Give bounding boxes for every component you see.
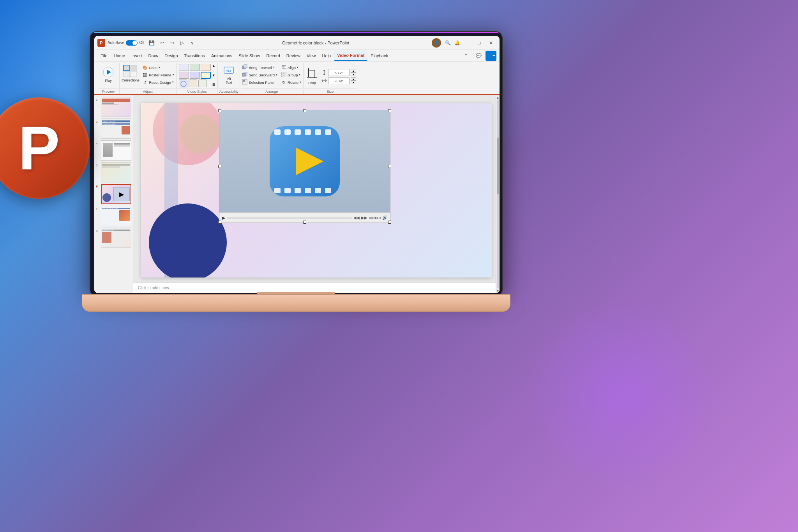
slide-thumb-7[interactable]: INNOVATION DELIVERY: [101, 206, 131, 226]
close-button[interactable]: ✕: [486, 38, 496, 48]
preview-group-label: Preview: [98, 88, 118, 94]
corrections-button[interactable]: Corrections: [120, 63, 141, 83]
vs-more-icon[interactable]: ☰: [212, 83, 215, 87]
crop-button[interactable]: Crop: [304, 66, 320, 86]
align-button[interactable]: Align ▾: [280, 64, 302, 71]
arrange-col: Bring Forward ▾: [241, 63, 279, 86]
scroll-thumb[interactable]: [497, 138, 499, 194]
width-decrement[interactable]: ▼: [351, 81, 356, 84]
slide-thumb-6[interactable]: ▶: [101, 184, 131, 204]
present-icon[interactable]: ▷: [178, 39, 187, 47]
slide-thumb-4[interactable]: [101, 140, 131, 161]
autosave-toggle[interactable]: [126, 40, 138, 46]
bell-icon[interactable]: 🔔: [453, 39, 461, 47]
vs-swatch-5[interactable]: [190, 72, 200, 79]
notes-bar[interactable]: Click to add notes: [133, 282, 500, 293]
slide-item-3[interactable]: 3 THE FUTURE OF COMMUNICATION: [96, 118, 131, 139]
vc-play-button[interactable]: ▶: [222, 215, 225, 221]
vertical-scrollbar[interactable]: ▲ ▼: [496, 95, 500, 293]
slide-item-7[interactable]: 7 INNOVATION DELIVERY: [96, 206, 131, 226]
menu-transitions[interactable]: Transitions: [181, 51, 208, 61]
height-input[interactable]: [328, 69, 350, 76]
vs-down-icon[interactable]: ▼: [212, 74, 215, 77]
play-button[interactable]: Play: [98, 63, 118, 86]
slide-item-2[interactable]: 2: [96, 97, 131, 117]
vc-volume-button[interactable]: 🔊: [382, 215, 388, 220]
bring-forward-button[interactable]: Bring Forward ▾: [241, 64, 279, 71]
scroll-track[interactable]: [497, 100, 499, 288]
search-titlebar-icon[interactable]: 🔍: [443, 39, 452, 47]
vs-swatch-3[interactable]: [201, 64, 211, 71]
rotate-button[interactable]: ↻ Rotate ▾: [280, 79, 302, 86]
menu-video-format[interactable]: Video Format: [334, 51, 367, 61]
menu-view[interactable]: View: [304, 51, 319, 61]
vc-time-display: 00:00.0: [369, 216, 381, 220]
width-increment[interactable]: ▲: [351, 77, 356, 81]
ribbon-group-accessibility: ALT AltText Accessibility: [218, 63, 240, 94]
slide-thumb-5[interactable]: [101, 162, 131, 182]
width-input[interactable]: [328, 77, 350, 84]
menu-animations[interactable]: Animations: [208, 51, 235, 61]
send-backward-button[interactable]: Send Backward ▾: [241, 71, 279, 78]
collapse-ribbon-icon[interactable]: ⌃: [461, 51, 471, 61]
slide-thumb-8[interactable]: EXPANDING OUR: [101, 228, 131, 248]
menu-review[interactable]: Review: [283, 51, 304, 61]
color-icon: 🎨: [142, 65, 148, 70]
send-backward-chevron: ▾: [276, 73, 277, 76]
vc-skip-back-button[interactable]: ◀◀: [353, 216, 360, 220]
menu-record[interactable]: Record: [263, 51, 283, 61]
vs-swatch-4[interactable]: [179, 72, 189, 79]
menu-draw[interactable]: Draw: [145, 51, 162, 61]
alt-text-label: AltText: [226, 77, 232, 85]
menu-help[interactable]: Help: [319, 51, 334, 61]
color-button[interactable]: 🎨 Color ▾: [141, 64, 175, 71]
video-element[interactable]: ▶ ◀◀ ▶▶ 00:00.0 🔊: [219, 110, 390, 223]
group-button[interactable]: Group ▾: [280, 71, 302, 78]
svg-rect-48: [305, 188, 311, 193]
scroll-up-button[interactable]: ▲: [496, 96, 500, 99]
menu-file[interactable]: File: [97, 51, 111, 61]
slide-item-6[interactable]: 6★ ▶: [96, 184, 131, 204]
minimize-button[interactable]: —: [462, 38, 473, 48]
alt-text-button[interactable]: ALT AltText: [219, 63, 239, 86]
menu-design[interactable]: Design: [161, 51, 181, 61]
svg-rect-50: [325, 188, 331, 193]
vs-swatch-6[interactable]: [201, 72, 211, 79]
scroll-down-button[interactable]: ▼: [496, 289, 500, 292]
height-decrement[interactable]: ▼: [351, 72, 356, 76]
vs-swatch-1[interactable]: [179, 64, 189, 71]
user-avatar[interactable]: 👤: [432, 38, 441, 48]
svg-rect-46: [284, 188, 291, 193]
slide-thumb-3[interactable]: THE FUTURE OF COMMUNICATION: [101, 118, 131, 139]
menu-playback[interactable]: Playback: [367, 51, 391, 61]
comments-icon[interactable]: 💬: [473, 51, 484, 61]
slide-item-8[interactable]: 8 EXPANDING OUR: [96, 228, 131, 248]
editing-area[interactable]: ▶ ◀◀ ▶▶ 00:00.0 🔊: [133, 95, 500, 293]
vs-up-icon[interactable]: ▲: [212, 64, 215, 67]
window-title: Geometric color block - PowerPoint: [200, 41, 432, 45]
vs-border-icon[interactable]: [189, 80, 197, 87]
vs-swatch-2[interactable]: [190, 64, 200, 71]
share-button[interactable]: 👤+: [486, 51, 496, 61]
slide-item-4[interactable]: 4: [96, 140, 131, 161]
poster-frame-button[interactable]: 🖼 Poster Frame ▾: [141, 71, 175, 78]
menu-home[interactable]: Home: [111, 51, 128, 61]
reset-design-button[interactable]: ↺ Reset Design ▾: [141, 79, 175, 86]
save-icon[interactable]: 💾: [148, 39, 156, 47]
maximize-button[interactable]: □: [474, 38, 485, 48]
vs-effects-2-icon[interactable]: [198, 80, 207, 87]
vc-progress-bar[interactable]: [227, 217, 352, 219]
menu-slideshow[interactable]: Slide Show: [235, 51, 263, 61]
reset-icon: ↺: [142, 80, 148, 85]
vc-skip-fwd-button[interactable]: ▶▶: [361, 216, 367, 220]
more-icon[interactable]: ∨: [188, 39, 197, 47]
slide-item-5[interactable]: 5: [96, 162, 131, 182]
menu-insert[interactable]: Insert: [128, 51, 145, 61]
undo-icon[interactable]: ↩: [158, 39, 166, 47]
slide-panel[interactable]: 2 3: [94, 95, 133, 293]
vs-effects-icon[interactable]: [179, 80, 187, 87]
redo-icon[interactable]: ↪: [168, 39, 177, 47]
selection-pane-button[interactable]: Selection Pane: [241, 79, 279, 86]
height-increment[interactable]: ▲: [351, 69, 356, 72]
slide-thumb-2[interactable]: [101, 97, 131, 117]
